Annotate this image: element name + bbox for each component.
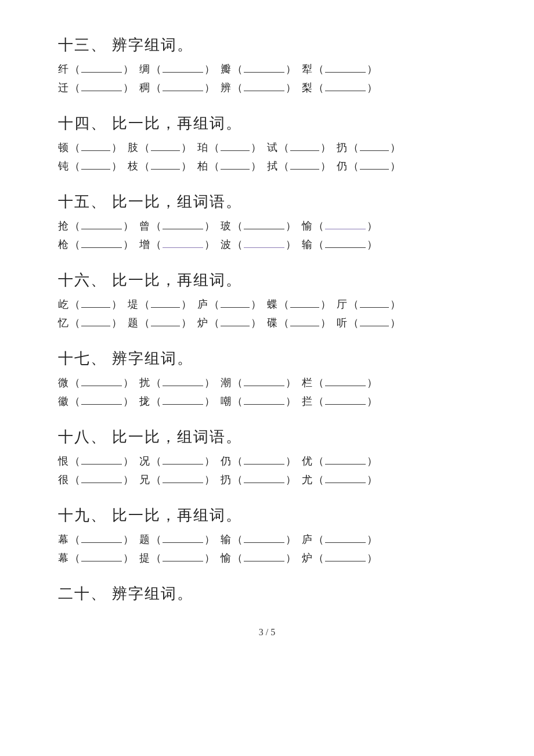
blank-s15-1-3[interactable] xyxy=(325,237,366,248)
row-s18-0: 恨（）况（）仍（）优（） xyxy=(58,454,476,468)
blank-s19-0-1[interactable] xyxy=(163,532,203,543)
blank-s17-0-1[interactable] xyxy=(163,376,203,386)
char-s15-0-3: 愉 xyxy=(302,219,312,233)
section-s19: 十九、 比一比，再组词。幕（）题（）输（）庐（）幕（）提（）愉（）炉（） xyxy=(58,505,476,565)
blank-s14-0-0[interactable] xyxy=(81,141,110,151)
blank-s16-1-3[interactable] xyxy=(290,316,319,326)
blank-s16-1-2[interactable] xyxy=(221,316,250,326)
blank-s13-1-0[interactable] xyxy=(81,81,122,91)
char-s13-1-0: 迁 xyxy=(58,81,68,95)
blank-s17-0-0[interactable] xyxy=(81,376,122,386)
blank-s14-1-0[interactable] xyxy=(81,159,110,170)
blank-s13-1-1[interactable] xyxy=(163,81,203,91)
char-s19-0-2: 输 xyxy=(221,532,231,546)
blank-s13-0-2[interactable] xyxy=(244,62,284,73)
row-s19-1: 幕（）提（）愉（）炉（） xyxy=(58,551,476,565)
blank-s16-0-0[interactable] xyxy=(81,297,110,308)
blank-s14-1-2[interactable] xyxy=(221,159,250,170)
row-s13-1: 迁（）稠（）辨（）梨（） xyxy=(58,81,476,95)
blank-s15-1-0[interactable] xyxy=(81,237,122,248)
char-s15-1-2: 波 xyxy=(221,237,231,251)
blank-s16-0-1[interactable] xyxy=(151,297,180,308)
section-title-s19: 十九、 比一比，再组词。 xyxy=(58,505,476,525)
blank-s19-1-0[interactable] xyxy=(81,551,122,561)
blank-s19-1-1[interactable] xyxy=(163,551,203,561)
blank-s18-1-2[interactable] xyxy=(244,473,284,483)
blank-s13-1-2[interactable] xyxy=(244,81,284,91)
blank-s14-1-4[interactable] xyxy=(360,159,389,170)
blank-s18-1-1[interactable] xyxy=(163,473,203,483)
char-s16-0-3: 蝶 xyxy=(267,297,277,311)
char-s13-1-1: 稠 xyxy=(139,81,150,95)
blank-s18-0-3[interactable] xyxy=(325,454,366,465)
blank-s16-1-4[interactable] xyxy=(360,316,389,326)
item-s19-1-3: 炉（） xyxy=(302,551,378,565)
blank-s18-1-3[interactable] xyxy=(325,473,366,483)
blank-s13-0-1[interactable] xyxy=(163,62,203,73)
blank-s17-1-0[interactable] xyxy=(81,394,122,405)
blank-s19-0-0[interactable] xyxy=(81,532,122,543)
section-title-s16: 十六、 比一比，再组词。 xyxy=(58,270,476,290)
row-s15-1: 枪（）增（）波（）输（） xyxy=(58,237,476,251)
item-s18-1-2: 扔（） xyxy=(221,473,297,487)
char-s16-1-3: 碟 xyxy=(267,316,277,330)
blank-s14-0-3[interactable] xyxy=(290,141,319,151)
blank-s17-1-3[interactable] xyxy=(325,394,366,405)
blank-s17-0-2[interactable] xyxy=(244,376,284,386)
blank-s14-0-2[interactable] xyxy=(221,141,250,151)
blank-s18-0-2[interactable] xyxy=(244,454,284,465)
blank-s13-1-3[interactable] xyxy=(325,81,366,91)
blank-s18-1-0[interactable] xyxy=(81,473,122,483)
item-s15-0-0: 抢（） xyxy=(58,219,135,233)
char-s15-0-2: 玻 xyxy=(221,219,231,233)
char-s13-1-2: 辨 xyxy=(221,81,231,95)
char-s17-1-3: 拦 xyxy=(302,394,312,408)
blank-s17-0-3[interactable] xyxy=(325,376,366,386)
blank-s16-1-1[interactable] xyxy=(151,316,180,326)
row-s15-0: 抢（）曾（）玻（）愉（） xyxy=(58,219,476,233)
blank-s15-1-1[interactable] xyxy=(163,237,203,248)
char-s17-1-0: 徽 xyxy=(58,394,68,408)
blank-s19-1-3[interactable] xyxy=(325,551,366,561)
blank-s14-1-3[interactable] xyxy=(290,159,319,170)
item-s16-0-1: 堤（） xyxy=(128,297,193,311)
item-s17-1-0: 徽（） xyxy=(58,394,135,408)
blank-s14-1-1[interactable] xyxy=(151,159,180,170)
blank-s16-0-2[interactable] xyxy=(221,297,250,308)
char-s14-0-3: 试 xyxy=(267,141,277,154)
section-s14: 十四、 比一比，再组词。顿（）肢（）珀（）试（）扔（）钝（）枝（）柏（）拭（）仍… xyxy=(58,113,476,173)
row-s13-0: 纤（）绸（）瓣（）犁（） xyxy=(58,62,476,76)
char-s14-0-1: 肢 xyxy=(128,141,138,154)
blank-s17-1-2[interactable] xyxy=(244,394,284,405)
blank-s16-0-3[interactable] xyxy=(290,297,319,308)
blank-s17-1-1[interactable] xyxy=(163,394,203,405)
char-s18-1-2: 扔 xyxy=(221,473,231,487)
char-s19-1-0: 幕 xyxy=(58,551,68,565)
item-s18-1-1: 兄（） xyxy=(139,473,216,487)
blank-s18-0-1[interactable] xyxy=(163,454,203,465)
blank-s19-0-2[interactable] xyxy=(244,532,284,543)
char-s18-0-3: 优 xyxy=(302,454,312,468)
blank-s16-1-0[interactable] xyxy=(81,316,110,326)
char-s15-0-1: 曾 xyxy=(139,219,150,233)
blank-s15-0-1[interactable] xyxy=(163,219,203,229)
blank-s15-0-3[interactable] xyxy=(325,219,366,229)
blank-s14-0-4[interactable] xyxy=(360,141,389,151)
blank-s16-0-4[interactable] xyxy=(360,297,389,308)
blank-s18-0-0[interactable] xyxy=(81,454,122,465)
blank-s15-0-0[interactable] xyxy=(81,219,122,229)
blank-s15-1-2[interactable] xyxy=(244,237,284,248)
char-s14-0-2: 珀 xyxy=(197,141,208,154)
item-s13-1-2: 辨（） xyxy=(221,81,297,95)
item-s16-1-0: 忆（） xyxy=(58,316,123,330)
char-s16-0-1: 堤 xyxy=(128,297,138,311)
blank-s13-0-0[interactable] xyxy=(81,62,122,73)
blank-s19-0-3[interactable] xyxy=(325,532,366,543)
blank-s13-0-3[interactable] xyxy=(325,62,366,73)
blank-s15-0-2[interactable] xyxy=(244,219,284,229)
item-s19-0-0: 幕（） xyxy=(58,532,135,546)
blank-s14-0-1[interactable] xyxy=(151,141,180,151)
blank-s19-1-2[interactable] xyxy=(244,551,284,561)
item-s16-0-3: 蝶（） xyxy=(267,297,332,311)
item-s15-1-3: 输（） xyxy=(302,237,378,251)
